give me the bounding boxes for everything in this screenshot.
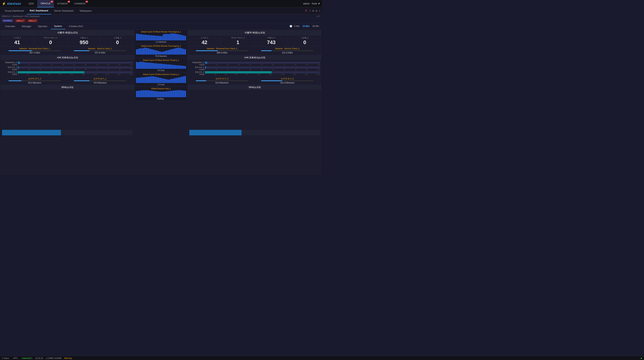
settings-icon[interactable]: ⊞ [312, 9, 314, 12]
time-15min[interactable]: 15 Min [302, 24, 310, 28]
node2-server-bar-0: Dispatchers_2Count 010203040506070809010… [189, 61, 320, 66]
cache-item-3: Global Cache CR Block Receive Time(ns)_2… [135, 73, 187, 86]
instance-bar: INUDB22 ORCL1T ORCL2T [0, 18, 322, 23]
tabs-row: Overview Manager Operator System 4 Nodes… [0, 23, 322, 29]
node2-logical-row: 논리적 쓰기_2 52.8 Blocks/s 논리적 읽기_2 161.8 Bl… [188, 76, 322, 85]
node1-stats-row: 시스템_1 41 액티브 세션수_1 0 비활성_1 950 사용률_1 0 [0, 35, 134, 46]
tab-system[interactable]: System [51, 23, 65, 29]
node2-network-row: Network - Recieved from Client_2 366.6 K… [188, 46, 322, 55]
list-icon[interactable]: ≡ [319, 9, 320, 12]
node2-server-header: 서버 프로세스(노드2) [188, 55, 322, 60]
node1-logical-row: 논리적 쓰기_1 63.0 Blocks/s 논리적 읽기_1 78.8 Blo… [0, 76, 134, 85]
node1-sga-header: SGA(노드1) [0, 85, 134, 90]
node2-stat-0: 시스템_2 42 [188, 35, 221, 46]
oracle-badge: 4 [50, 1, 53, 2]
node2-badge[interactable]: ORCL2T [27, 19, 38, 22]
node1-net1-bar [74, 50, 126, 51]
node2-session-header: 사용자 세션(노드2) [188, 30, 322, 35]
admin-label: admin [303, 2, 310, 5]
nav-right: admin Tools ▼ [303, 2, 320, 5]
nav-item-common[interactable]: COMMON 4 [71, 0, 89, 7]
node1-logical-0: 논리적 쓰기_1 63.0 Blocks/s [2, 77, 67, 84]
node2-network-0: Network - Recieved from Client_2 366.6 K… [189, 47, 255, 54]
breadcrumb: ORACLE > Dashboard > RAC Dashboard ▲▼ [0, 14, 322, 18]
cache-bars-0 [136, 33, 186, 40]
node2-net1-bar [261, 50, 313, 51]
export-icon[interactable]: ↗ [309, 9, 311, 12]
node2-net0-bar [196, 50, 248, 51]
node1-server-bars: Dispatchers_1Count 010203040506070809010… [0, 61, 134, 76]
tab-4nodes[interactable]: 4 Nodes RAC [65, 23, 86, 29]
sub-nav-rac-dashboard[interactable]: RAC Dashboard [27, 7, 51, 14]
node1-sga-content [0, 90, 134, 175]
node2-logical0-bar [196, 80, 248, 81]
node1-net0-bar [8, 50, 61, 51]
nav-item-oracle[interactable]: ORACLE 4 [37, 0, 54, 7]
top-navigation: ⚡ elevisor J2EE ORACLE 4 SYSMON 3 COMMON… [0, 0, 322, 7]
sysmon-badge: 3 [68, 1, 70, 2]
cache-bars-1 [136, 47, 186, 55]
sub-nav-group-dashboard[interactable]: Group Dashboard [2, 7, 27, 14]
node2-logical-0: 논리적 쓰기_2 52.8 Blocks/s [189, 77, 255, 84]
node1-server-bar-1: 공유서버_1Count 0102030405060708090100 [2, 66, 133, 71]
cache-bars-3 [136, 76, 186, 83]
tab-overview[interactable]: Overview [2, 23, 18, 29]
sub-navigation: Group Dashboard RAC Dashboard Server Das… [0, 7, 322, 14]
tab-operator[interactable]: Operator [35, 23, 51, 29]
node2-panel: 사용자 세션(노드2) 시스템_2 42 액티브 세션수_2 1 비활성_2 7… [188, 30, 322, 175]
node1-panel: 사용자 세션(노드1) 시스템_1 41 액티브 세션수_1 0 비활성_1 9… [0, 30, 134, 175]
node2-sga-header: SGA(노드2) [188, 85, 322, 90]
help-icon[interactable]: ❓ [305, 9, 308, 12]
node1-badge[interactable]: ORCL1T [15, 19, 26, 22]
node2-sga-content [188, 90, 322, 175]
middle-cache-panel: Global Cache CR Block Receive Time Avg(n… [135, 30, 187, 175]
common-badge: 4 [86, 1, 88, 2]
cache-item-0: Global Cache CR Block Receive Time Avg(n… [135, 30, 187, 44]
node2-stats-row: 시스템_2 42 액티브 세션수_2 1 비활성_2 743 사용률_2 0 [188, 35, 322, 46]
nav-items: J2EE ORACLE 4 SYSMON 3 COMMON 4 [25, 0, 303, 7]
node1-server-bar-0: Dispatchers_1Count 010203040506070809010… [2, 61, 133, 66]
node1-logical0-bar [8, 80, 61, 81]
db-instance-badge[interactable]: INUDB22 [2, 19, 14, 22]
node2-logical1-bar [261, 80, 313, 81]
node2-server-bar-1: 공유서버_2Count 0102030405060708090100 [189, 66, 320, 71]
node2-stat-1: 액티브 세션수_2 1 [221, 35, 255, 46]
node1-session-header: 사용자 세션(노드1) [0, 30, 134, 35]
sub-nav-tablespace[interactable]: Tablespace [76, 7, 95, 14]
cache-item-4: Global Enqueue Gets_1 loading... [135, 87, 187, 101]
tools-button[interactable]: Tools ▼ [312, 2, 320, 5]
node1-stat-3: 사용률_1 0 [101, 35, 134, 46]
grid-icon[interactable]: ⊟ [316, 9, 318, 12]
collapse-arrows[interactable]: ▲▼ [316, 15, 320, 17]
cache-item-2: Global Cache CR Block Receive Time(ns)_1… [135, 58, 187, 72]
node2-server-bar-2: 전용서버_2Count 02004006008001,0001,2001,400… [189, 71, 320, 75]
node1-network-row: Network - Recieved from Client_1 387.4 K… [0, 46, 134, 55]
cache-bars-2 [136, 62, 186, 69]
node1-network-1: Network - Send to Client_1 237.8 KB/s [67, 47, 133, 54]
sub-nav-icons: ❓ ↗ ⊞ ⊟ ≡ [305, 9, 320, 12]
nav-item-sysmon[interactable]: SYSMON 3 [54, 0, 71, 7]
node2-server-bars: Dispatchers_2Count 010203040506070809010… [188, 61, 322, 76]
node2-stat-3: 사용률_2 0 [288, 35, 322, 46]
node1-server-bar-2: 전용서버_1Count 02004006008001,0001,2001,400… [2, 71, 133, 75]
time-5min[interactable]: 5 Min [293, 24, 300, 28]
node1-server-header: 서버 프로세스(노드1) [0, 55, 134, 60]
sub-nav-server-dashboard[interactable]: Server Dashboard [51, 7, 76, 14]
node1-stat-0: 시스템_1 41 [0, 35, 34, 46]
app-logo: ⚡ elevisor [2, 2, 21, 6]
clock-icon: 🕐 [290, 25, 292, 27]
node2-stat-2: 비활성_2 743 [255, 35, 288, 46]
dashboard-main: 사용자 세션(노드1) 시스템_1 41 액티브 세션수_1 0 비활성_1 9… [0, 29, 322, 176]
node1-network-0: Network - Recieved from Client_1 387.4 K… [2, 47, 67, 54]
node1-stat-1: 액티브 세션수_1 0 [34, 35, 67, 46]
time-controls: 🕐 5 Min 15 Min 30 Min [290, 24, 320, 28]
node1-stat-2: 비활성_1 950 [67, 35, 101, 46]
time-30min[interactable]: 30 Min [311, 24, 320, 28]
cache-bars-4 [136, 90, 186, 97]
node2-logical-1: 논리적 읽기_2 161.8 Blocks/s [255, 77, 320, 84]
node1-logical1-bar [74, 80, 126, 81]
nav-item-j2ee[interactable]: J2EE [25, 0, 37, 7]
tab-manager[interactable]: Manager [18, 23, 34, 29]
cache-item-1: Global Cache CR Block Receive Time Avg(n… [135, 44, 187, 58]
node2-network-1: Network - Send to Client_2 151.8 KB/s [255, 47, 320, 54]
